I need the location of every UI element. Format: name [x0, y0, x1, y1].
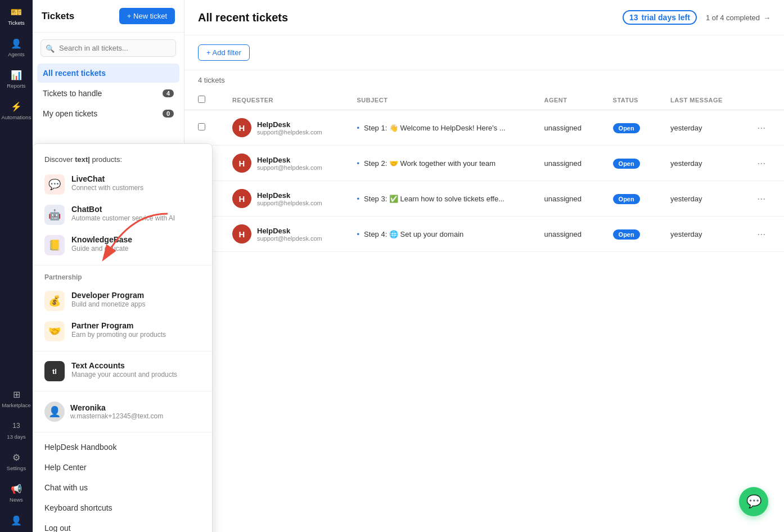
dropdown-item-livechat[interactable]: 💬 LiveChat Connect with customers	[33, 169, 212, 200]
requester-avatar-2: H	[232, 189, 251, 208]
more-button-1[interactable]: ···	[755, 157, 768, 169]
requester-cell-0: H HelpDesk support@helpdesk.com	[232, 118, 330, 137]
profile-icon: 👤	[10, 514, 22, 526]
sidebar-label-tickets: Tickets	[8, 20, 25, 26]
dropdown-item-knowledgebase[interactable]: 📒 KnowledgeBase Guide and educate	[33, 230, 212, 260]
sidebar-item-profile[interactable]: 👤	[0, 508, 33, 532]
search-input[interactable]	[40, 39, 176, 57]
chat-bubble[interactable]: 💬	[739, 487, 768, 516]
divider-1	[33, 265, 212, 265]
completed-info: 1 of 4 completed →	[706, 13, 771, 22]
dropdown-item-developer[interactable]: 💰 Developer Program Build and monetize a…	[33, 286, 212, 316]
col-agent: AGENT	[530, 90, 599, 110]
text-accounts-icon: tl	[44, 361, 65, 381]
tickets-table-container: REQUESTER SUBJECT AGENT STATUS LAST MESS…	[184, 90, 784, 532]
row-checkbox-0[interactable]	[198, 123, 205, 130]
sidebar-item-marketplace[interactable]: ⊞ Marketplace	[0, 382, 33, 414]
tickets-tbody: H HelpDesk support@helpdesk.com • Step 1…	[184, 110, 784, 252]
divider-3	[33, 391, 212, 391]
bullet-3: •	[357, 230, 360, 238]
col-subject: SUBJECT	[344, 90, 531, 110]
new-ticket-button[interactable]: + New ticket	[119, 8, 175, 24]
requester-info-1: HelpDesk support@helpdesk.com	[257, 156, 322, 171]
knowledgebase-icon: 📒	[44, 235, 65, 255]
nav-item-my-open[interactable]: My open tickets 0	[37, 104, 179, 123]
brand-text: text|	[75, 155, 90, 164]
last-message-cell-1: yesterday	[657, 146, 741, 181]
user-avatar: 👤	[44, 402, 65, 422]
requester-email-2: support@helpdesk.com	[257, 200, 322, 206]
knowledgebase-text: KnowledgeBase Guide and educate	[71, 235, 132, 253]
user-section[interactable]: 👤 Weronika w.masternak+12345@text.com	[33, 396, 212, 427]
agent-cell-0: unassigned	[530, 110, 599, 146]
requester-avatar-3: H	[232, 224, 251, 244]
sidebar-item-agents[interactable]: 👤 Agents	[0, 31, 33, 63]
subject-text-3: Step 4: 🌐 Set up your domain	[364, 230, 463, 238]
sidebar-item-reports[interactable]: 📊 Reports	[0, 63, 33, 94]
link-handbook[interactable]: HelpDesk Handbook	[33, 437, 212, 457]
sidebar-item-13days[interactable]: 13 13 days	[0, 414, 33, 445]
nav-item-all-recent[interactable]: All recent tickets	[37, 64, 179, 83]
requester-cell-3: H HelpDesk support@helpdesk.com	[232, 224, 330, 244]
more-button-2[interactable]: ···	[755, 193, 768, 205]
status-cell-1: Open	[600, 146, 657, 181]
trial-info: 13 trial days left 1 of 4 completed →	[623, 10, 771, 25]
status-cell-3: Open	[600, 217, 657, 252]
link-chat[interactable]: Chat with us	[33, 477, 212, 498]
sidebar-label-news: News	[10, 497, 23, 503]
trial-badge: 13 trial days left	[623, 10, 697, 25]
select-all-checkbox[interactable]	[198, 96, 205, 103]
requester-email-3: support@helpdesk.com	[257, 235, 322, 242]
sidebar-label-reports: Reports	[7, 83, 25, 89]
dropdown-item-text-accounts[interactable]: tl Text Accounts Manage your account and…	[33, 356, 212, 386]
tickets-panel-header: Tickets + New ticket	[33, 0, 184, 33]
requester-name-2: HelpDesk	[257, 191, 322, 200]
agent-cell-2: unassigned	[530, 181, 599, 217]
sidebar-item-settings[interactable]: ⚙ Settings	[0, 445, 33, 477]
table-row[interactable]: H HelpDesk support@helpdesk.com • Step 2…	[184, 146, 784, 181]
status-badge-1: Open	[613, 159, 640, 169]
subject-cell-1: • Step 2: 🤝 Work together with your team	[357, 159, 517, 168]
nav-item-to-handle[interactable]: Tickets to handle 4	[37, 84, 179, 103]
nav-label-to-handle: Tickets to handle	[43, 89, 102, 98]
dropdown-item-chatbot[interactable]: 🤖 ChatBot Automate customer service with…	[33, 200, 212, 230]
requester-avatar-1: H	[232, 154, 251, 173]
agent-cell-3: unassigned	[530, 217, 599, 252]
requester-name-3: HelpDesk	[257, 227, 322, 235]
link-shortcuts[interactable]: Keyboard shortcuts	[33, 498, 212, 518]
status-badge-2: Open	[613, 194, 640, 204]
table-header: REQUESTER SUBJECT AGENT STATUS LAST MESS…	[184, 90, 784, 110]
sidebar-item-news[interactable]: 📢 News	[0, 477, 33, 508]
bullet-0: •	[357, 124, 360, 132]
settings-icon: ⚙	[10, 451, 22, 463]
requester-name-0: HelpDesk	[257, 120, 322, 129]
requester-cell-1: H HelpDesk support@helpdesk.com	[232, 154, 330, 173]
more-button-3[interactable]: ···	[755, 228, 768, 240]
dropdown-item-partner[interactable]: 🤝 Partner Program Earn by promoting our …	[33, 316, 212, 346]
bullet-2: •	[357, 195, 360, 203]
user-info: Weronika w.masternak+12345@text.com	[70, 403, 163, 420]
bullet-1: •	[357, 159, 360, 168]
table-row[interactable]: H HelpDesk support@helpdesk.com • Step 1…	[184, 110, 784, 146]
link-help-center[interactable]: Help Center	[33, 457, 212, 477]
livechat-icon: 💬	[44, 174, 65, 195]
table-row[interactable]: H HelpDesk support@helpdesk.com • Step 3…	[184, 181, 784, 217]
requester-info-3: HelpDesk support@helpdesk.com	[257, 227, 322, 242]
sidebar-item-automations[interactable]: ⚡ Automations	[0, 94, 33, 126]
sidebar-label-automations: Automations	[2, 114, 31, 120]
nav-label-all-recent: All recent tickets	[43, 69, 106, 78]
divider-4	[33, 432, 212, 432]
search-box: 🔍	[40, 39, 176, 57]
more-button-0[interactable]: ···	[755, 122, 768, 134]
completed-text: 1 of 4 completed	[706, 13, 760, 22]
requester-info-2: HelpDesk support@helpdesk.com	[257, 191, 322, 206]
discover-label: Discover text| products:	[33, 153, 212, 169]
add-filter-button[interactable]: + Add filter	[198, 44, 250, 61]
sidebar-item-tickets[interactable]: 🎫 Tickets	[0, 0, 33, 31]
agents-icon: 👤	[10, 37, 22, 49]
table-row[interactable]: H HelpDesk support@helpdesk.com • Step 4…	[184, 217, 784, 252]
developer-icon: 💰	[44, 291, 65, 311]
link-logout[interactable]: Log out	[33, 518, 212, 532]
partner-icon: 🤝	[44, 321, 65, 341]
toolbar: + Add filter	[184, 35, 784, 70]
